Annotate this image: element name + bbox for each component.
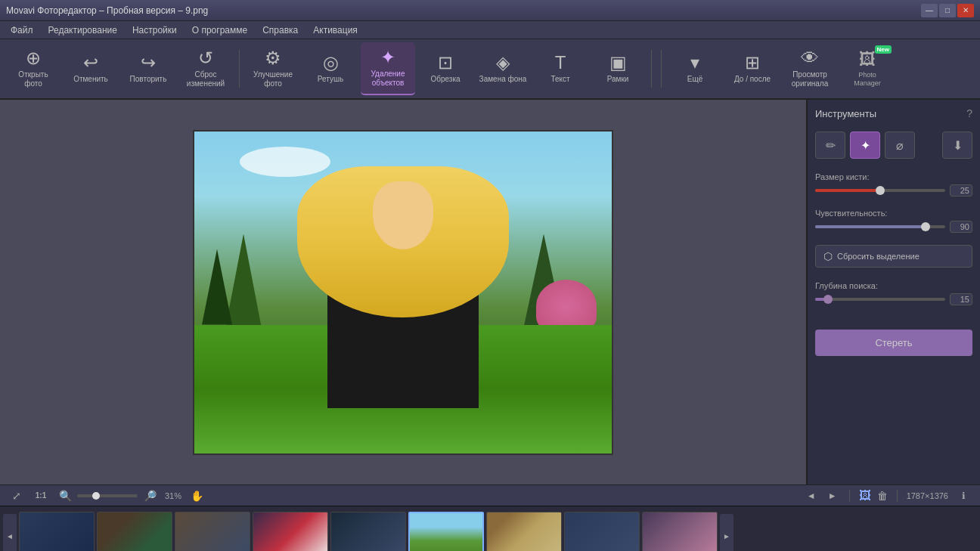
- toolbar-btn-undo[interactable]: ↩Отменить: [64, 42, 118, 95]
- close-button[interactable]: ✕: [957, 4, 974, 17]
- zoom-control: 🔍 🔎 31%: [56, 487, 181, 505]
- tree-2: [202, 249, 232, 325]
- thumbnail-2[interactable]: [97, 512, 172, 551]
- maximize-button[interactable]: □: [939, 4, 956, 17]
- brush-size-fill: [815, 189, 880, 192]
- brush-size-row: 25: [815, 184, 972, 197]
- toolbar-btn-text[interactable]: TТекст: [533, 42, 588, 95]
- prev-image-button[interactable]: ◄: [804, 488, 819, 503]
- depth-track[interactable]: [815, 298, 945, 301]
- redo-icon: ↪: [141, 54, 156, 72]
- fit-to-screen-button[interactable]: ⤢: [8, 487, 26, 505]
- reset-icon: ↺: [198, 49, 213, 67]
- menu-item-file[interactable]: Файл: [3, 23, 41, 37]
- right-panel: Инструменты ? ✏ ✦ ⌀ ⬇ Размер кисти: 25 Ч…: [806, 100, 980, 484]
- filmstrip: ◄ ►: [0, 506, 980, 551]
- thumbnail-5[interactable]: [330, 512, 406, 551]
- person-face: [373, 181, 433, 249]
- delete-image-button[interactable]: 🗑: [877, 490, 888, 502]
- filmstrip-prev-button[interactable]: ◄: [3, 514, 17, 552]
- sensitivity-row: 90: [815, 221, 972, 233]
- before_after-icon: ⊞: [745, 54, 760, 72]
- status-separator: [849, 490, 850, 502]
- thumbnail-3[interactable]: [175, 512, 250, 551]
- toolbar-btn-open[interactable]: ⊕Открыть фото: [6, 42, 60, 95]
- brush-size-track[interactable]: [815, 189, 945, 192]
- canvas-area: [0, 100, 806, 484]
- hand-tool-button[interactable]: ✋: [188, 487, 206, 505]
- status-separator-2: [897, 490, 898, 502]
- thumbnail-4[interactable]: [253, 512, 328, 551]
- toolbar-btn-enhance[interactable]: ⚙Улучшение фото: [246, 42, 300, 95]
- view_original-icon: 👁: [801, 49, 819, 67]
- reset-selection-label: Сбросить выделение: [837, 252, 920, 261]
- menu-item-help[interactable]: Справка: [255, 23, 305, 37]
- sensitivity-fill: [815, 225, 926, 228]
- toolbar-btn-remove[interactable]: ✦Удаление объектов: [361, 42, 415, 95]
- image-info-button[interactable]: ℹ: [954, 487, 972, 505]
- toolbar-btn-retouch[interactable]: ◎Ретушь: [303, 42, 358, 95]
- menu-item-about[interactable]: О программе: [185, 23, 255, 37]
- reset-selection-button[interactable]: ⬡ Сбросить выделение: [815, 245, 972, 268]
- next-image-button[interactable]: ►: [825, 488, 840, 503]
- status-bar: ⤢ 1:1 🔍 🔎 31% ✋ ◄ ► 🖼 🗑 1787×1376 ℹ: [0, 484, 980, 506]
- photo-manager-button[interactable]: New 🖼 PhotoManager: [840, 42, 895, 95]
- reset-icon: ⬡: [823, 250, 833, 262]
- toolbar-btn-reset[interactable]: ↺Сброс изменений: [178, 42, 233, 95]
- depth-label: Глубина поиска:: [815, 281, 972, 290]
- window-title: Movavi Фоторедактор – Пробная версия – 9…: [6, 5, 208, 16]
- toolbar-btn-frames[interactable]: ▣Рамки: [591, 42, 645, 95]
- toolbar-btn-crop[interactable]: ⊡Обрезка: [418, 42, 473, 95]
- toolbar-separator: [661, 50, 662, 88]
- sensitivity-thumb[interactable]: [921, 222, 930, 231]
- toolbar-btn-before_after[interactable]: ⊞До / после: [725, 42, 780, 95]
- more-icon: ▾: [690, 54, 699, 72]
- toolbar-btn-redo[interactable]: ↪Повторить: [121, 42, 175, 95]
- depth-thumb[interactable]: [823, 295, 833, 304]
- lasso-tool-button[interactable]: ⌀: [885, 132, 915, 159]
- zoom-out-button[interactable]: 🔍: [56, 487, 74, 505]
- brush-tool-button[interactable]: ✏: [815, 132, 845, 159]
- toolbar-btn-more[interactable]: ▾Ещё: [668, 42, 722, 95]
- zoom-slider[interactable]: [77, 494, 138, 497]
- person-figure: [327, 174, 479, 408]
- image-size: 1787×1376: [907, 491, 948, 500]
- main-area: Инструменты ? ✏ ✦ ⌀ ⬇ Размер кисти: 25 Ч…: [0, 100, 980, 484]
- menu-item-settings[interactable]: Настройки: [125, 23, 185, 37]
- replace_bg-icon: ◈: [496, 54, 510, 72]
- help-icon[interactable]: ?: [966, 107, 972, 119]
- filmstrip-next-button[interactable]: ►: [720, 514, 733, 552]
- thumbnail-1[interactable]: [19, 512, 95, 551]
- photo-manager-label: PhotoManager: [854, 71, 881, 88]
- zoom-in-button[interactable]: 🔎: [141, 487, 159, 505]
- stamp-tool-button[interactable]: ⬇: [942, 132, 972, 159]
- title-bar: Movavi Фоторедактор – Пробная версия – 9…: [0, 0, 980, 21]
- toolbar-separator: [239, 50, 240, 88]
- erase-button[interactable]: Стереть: [815, 330, 972, 356]
- toolbar-btn-replace_bg[interactable]: ◈Замена фона: [476, 42, 530, 95]
- thumbnail-6[interactable]: [408, 512, 484, 551]
- brush-size-label: Размер кисти:: [815, 172, 972, 181]
- photo-container: [193, 130, 613, 455]
- actual-size-button[interactable]: 1:1: [32, 487, 50, 505]
- sensitivity-track[interactable]: [815, 225, 945, 228]
- minimize-button[interactable]: —: [921, 4, 938, 17]
- brush-size-thumb[interactable]: [876, 186, 885, 195]
- photo-manager-icon: 🖼: [859, 50, 876, 70]
- toolbar-btn-view_original[interactable]: 👁Просмотр оригинала: [783, 42, 837, 95]
- sensitivity-value: 90: [950, 221, 972, 233]
- zoom-percent: 31%: [165, 491, 181, 500]
- open-icon: ⊕: [26, 49, 41, 67]
- menu-item-activation[interactable]: Активация: [305, 23, 365, 37]
- sensitivity-section: Чувствительность: 90: [815, 209, 972, 233]
- depth-value: 15: [950, 293, 972, 305]
- thumbnail-7[interactable]: [486, 512, 562, 551]
- menu-item-edit[interactable]: Редактирование: [41, 23, 125, 37]
- panel-title: Инструменты: [815, 108, 876, 119]
- magic-tool-button[interactable]: ✦: [850, 132, 880, 159]
- crop-icon: ⊡: [438, 54, 453, 72]
- thumbnail-8[interactable]: [564, 512, 640, 551]
- toolbar: ⊕Открыть фото↩Отменить↪Повторить↺Сброс и…: [0, 39, 980, 100]
- remove-icon: ✦: [380, 48, 395, 67]
- thumbnail-9[interactable]: [642, 512, 718, 551]
